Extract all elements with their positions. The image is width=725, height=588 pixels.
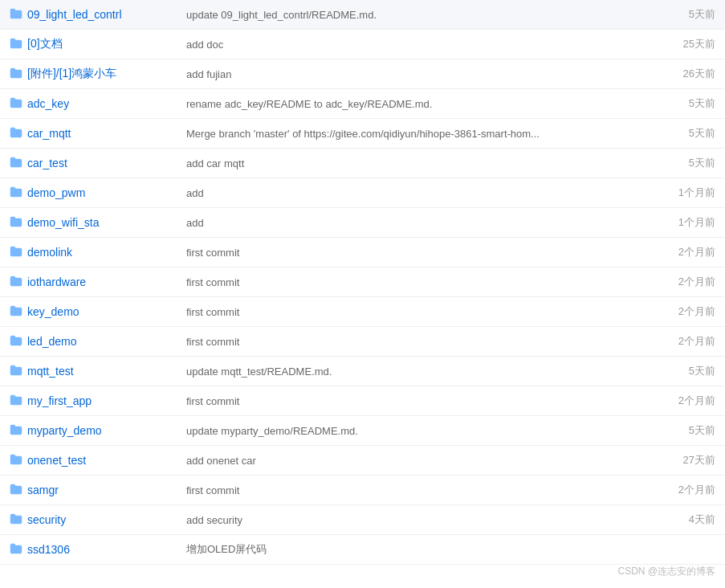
folder-icon: [10, 394, 22, 408]
folder-link-11[interactable]: led_demo: [10, 335, 167, 349]
commit-time: 2个月前: [678, 394, 715, 406]
folder-link-13[interactable]: my_first_app: [10, 394, 167, 408]
folder-icon: [10, 157, 22, 170]
commit-message: first commit: [186, 276, 239, 288]
folder-link-10[interactable]: key_demo: [10, 305, 167, 319]
table-row: my_first_app first commit 2个月前: [0, 386, 725, 416]
table-row: iothardware first commit 2个月前: [0, 267, 725, 297]
table-row: car_mqtt Merge branch 'master' of https:…: [0, 119, 725, 149]
commit-time: 1个月前: [678, 186, 715, 198]
commit-message: 增加OLED屏代码: [186, 543, 267, 555]
folder-link-2[interactable]: [附件]/[1]鸿蒙小车: [10, 67, 167, 81]
file-name: demolink: [27, 246, 72, 259]
commit-message: update myparty_demo/README.md.: [186, 425, 358, 437]
folder-icon: [10, 38, 22, 51]
table-row: samgr first commit 2个月前: [0, 476, 725, 505]
commit-message: first commit: [186, 484, 239, 496]
folder-icon: [10, 97, 22, 111]
folder-link-18[interactable]: ssd1306: [10, 543, 167, 557]
file-name: [0]文档: [27, 37, 63, 51]
folder-icon: [10, 305, 22, 319]
file-name: myparty_demo: [27, 424, 102, 437]
commit-time: 2个月前: [678, 276, 715, 288]
folder-link-8[interactable]: demolink: [10, 246, 167, 259]
table-row: demo_wifi_sta add 1个月前: [0, 208, 725, 238]
table-row: onenet_test add onenet car 27天前: [0, 446, 725, 476]
folder-icon: [10, 454, 22, 468]
folder-link-0[interactable]: 09_light_led_contrl: [10, 8, 167, 22]
file-name: car_mqtt: [27, 127, 71, 140]
folder-icon: [10, 216, 22, 230]
commit-time: 2个月前: [678, 305, 715, 317]
folder-link-17[interactable]: security: [10, 513, 167, 527]
commit-time: 5天前: [689, 157, 715, 169]
folder-link-7[interactable]: demo_wifi_sta: [10, 216, 167, 230]
commit-time: 5天前: [689, 365, 715, 377]
commit-message: add fujian: [186, 68, 231, 80]
commit-time: 5天前: [689, 8, 715, 20]
folder-icon: [10, 8, 22, 22]
file-name: my_first_app: [27, 394, 92, 407]
file-name: 09_light_led_contrl: [27, 8, 122, 21]
table-row: demolink first commit 2个月前: [0, 238, 725, 267]
folder-icon: [10, 365, 22, 378]
commit-message: Merge branch 'master' of https://gitee.c…: [186, 128, 540, 140]
table-row: adc_key rename adc_key/README to adc_key…: [0, 89, 725, 119]
file-name: led_demo: [27, 335, 77, 348]
file-name: adc_key: [27, 97, 69, 110]
commit-message: add: [186, 217, 204, 229]
table-row: mqtt_test update mqtt_test/README.md. 5天…: [0, 357, 725, 386]
folder-icon: [10, 67, 22, 81]
commit-time: 2个月前: [678, 335, 715, 347]
file-name: demo_pwm: [27, 186, 85, 199]
folder-icon: [10, 484, 22, 497]
file-name: iothardware: [27, 276, 86, 288]
table-row: [附件]/[1]鸿蒙小车 add fujian 26天前: [0, 59, 725, 89]
table-row: key_demo first commit 2个月前: [0, 297, 725, 327]
table-row: led_demo first commit 2个月前: [0, 327, 725, 357]
folder-link-16[interactable]: samgr: [10, 484, 167, 497]
folder-link-6[interactable]: demo_pwm: [10, 186, 167, 200]
folder-link-1[interactable]: [0]文档: [10, 37, 167, 51]
folder-link-9[interactable]: iothardware: [10, 276, 167, 289]
file-name: key_demo: [27, 305, 79, 318]
commit-message: add doc: [186, 39, 223, 51]
folder-link-4[interactable]: car_mqtt: [10, 127, 167, 141]
folder-link-14[interactable]: myparty_demo: [10, 424, 167, 438]
commit-message: first commit: [186, 336, 239, 348]
folder-icon: [10, 127, 22, 141]
folder-link-5[interactable]: car_test: [10, 157, 167, 170]
commit-message: rename adc_key/README to adc_key/README.…: [186, 98, 432, 110]
folder-icon: [10, 424, 22, 438]
folder-link-3[interactable]: adc_key: [10, 97, 167, 111]
commit-message: first commit: [186, 247, 239, 259]
commit-message: add: [186, 187, 204, 199]
commit-message: first commit: [186, 306, 239, 318]
folder-link-12[interactable]: mqtt_test: [10, 365, 167, 378]
commit-message: add onenet car: [186, 455, 256, 467]
commit-message: first commit: [186, 395, 239, 407]
file-name: [附件]/[1]鸿蒙小车: [27, 67, 116, 81]
folder-icon: [10, 246, 22, 259]
commit-message: add security: [186, 514, 242, 526]
commit-time: 25天前: [683, 38, 715, 50]
table-row: ssd1306 增加OLED屏代码: [0, 535, 725, 565]
commit-message: update 09_light_led_contrl/README.md.: [186, 9, 377, 21]
commit-time: 26天前: [683, 67, 715, 80]
commit-message: add car mqtt: [186, 157, 244, 169]
table-row: myparty_demo update myparty_demo/README.…: [0, 416, 725, 446]
table-row: demo_pwm add 1个月前: [0, 178, 725, 208]
table-row: [0]文档 add doc 25天前: [0, 30, 725, 59]
commit-time: 1个月前: [678, 216, 715, 228]
file-name: mqtt_test: [27, 365, 74, 378]
file-name: security: [27, 513, 66, 526]
folder-icon: [10, 513, 22, 527]
commit-time: 2个月前: [678, 484, 715, 496]
commit-message: update mqtt_test/README.md.: [186, 365, 332, 378]
folder-icon: [10, 276, 22, 289]
folder-link-15[interactable]: onenet_test: [10, 454, 167, 468]
commit-time: 27天前: [683, 454, 715, 466]
commit-time: 5天前: [689, 127, 715, 139]
commit-time: 4天前: [689, 513, 715, 525]
table-row: 09_light_led_contrl update 09_light_led_…: [0, 0, 725, 30]
